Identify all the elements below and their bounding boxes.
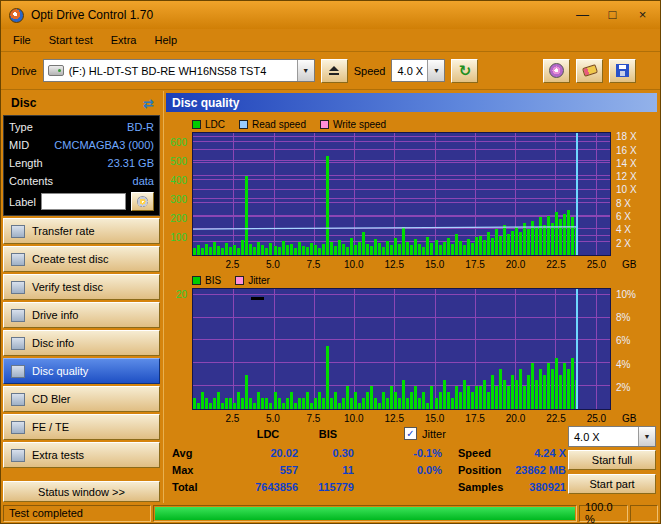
eject-button[interactable] bbox=[321, 59, 348, 83]
sidebar-item-create-test-disc[interactable]: Create test disc bbox=[3, 246, 160, 272]
y-right-tick-label: 16 X bbox=[616, 144, 637, 155]
y-right-tick-label: 10 X bbox=[616, 184, 637, 195]
minimize-button[interactable]: — bbox=[569, 5, 596, 25]
bis-bar bbox=[447, 392, 450, 409]
drive-icon bbox=[48, 65, 64, 76]
progress-fill bbox=[155, 507, 575, 520]
bis-bar bbox=[535, 380, 538, 409]
start-part-button[interactable]: Start part bbox=[568, 474, 656, 494]
disc-type-value: BD-R bbox=[127, 121, 154, 133]
chart2-left-axis: 20 bbox=[164, 288, 190, 410]
status-window-button[interactable]: Status window >> bbox=[3, 481, 160, 502]
sidebar-item-drive-info[interactable]: Drive info bbox=[3, 302, 160, 328]
write-speed-legend-swatch bbox=[320, 120, 329, 129]
refresh-button[interactable]: ↻ bbox=[451, 59, 478, 83]
sidebar-item-disc-quality[interactable]: Disc quality bbox=[3, 358, 160, 384]
gridline-h bbox=[193, 317, 610, 318]
y-left-tick-label: 600 bbox=[170, 136, 187, 147]
bis-bar bbox=[418, 398, 421, 409]
bis-bar bbox=[197, 403, 200, 409]
bis-bar bbox=[435, 398, 438, 409]
dropdown-icon[interactable]: ▼ bbox=[297, 60, 314, 81]
sidebar-item-label: Verify test disc bbox=[32, 281, 103, 293]
drive-info-icon bbox=[11, 309, 25, 322]
fe-te-icon bbox=[11, 421, 25, 434]
refresh-icon: ↻ bbox=[459, 63, 472, 78]
save-button[interactable] bbox=[609, 59, 636, 83]
x-tick-label: 15.0 bbox=[425, 413, 444, 424]
dropdown-icon[interactable]: ▼ bbox=[638, 427, 655, 446]
disc-contents-label: Contents bbox=[9, 175, 53, 187]
resize-grip[interactable] bbox=[630, 505, 658, 522]
max-row-label: Max bbox=[172, 464, 193, 476]
close-button[interactable]: × bbox=[629, 5, 656, 25]
bis-bar bbox=[491, 375, 494, 409]
sidebar-item-transfer-rate[interactable]: Transfer rate bbox=[3, 218, 160, 244]
sidebar-item-fe-te[interactable]: FE / TE bbox=[3, 414, 160, 440]
gridline-v bbox=[596, 289, 597, 409]
menu-extra[interactable]: Extra bbox=[102, 31, 146, 49]
drive-select-value: (F:) HL-DT-ST BD-RE WH16NS58 TST4 bbox=[64, 65, 297, 77]
disc-contents-row: Contents data bbox=[9, 174, 154, 188]
jitter-checkbox-label: Jitter bbox=[422, 428, 446, 440]
disc-label-label: Label bbox=[9, 196, 36, 208]
sidebar-item-cd-bler[interactable]: CD Bler bbox=[3, 386, 160, 412]
menu-start-test[interactable]: Start test bbox=[40, 31, 102, 49]
bis-bar bbox=[451, 398, 454, 409]
extra-tests-icon bbox=[11, 449, 25, 462]
disc-erase-button[interactable] bbox=[543, 59, 570, 83]
jitter-checkbox[interactable]: ✓ bbox=[404, 427, 417, 440]
status-text: Test completed bbox=[3, 505, 151, 522]
disc-section-header: Disc ⇄ bbox=[3, 93, 160, 115]
ldc-column-header: LDC bbox=[238, 428, 298, 440]
bis-bar bbox=[257, 392, 260, 409]
speed-select[interactable]: 4.0 X ▼ bbox=[391, 59, 445, 82]
maximize-button[interactable]: □ bbox=[599, 5, 626, 25]
gridline-h bbox=[193, 339, 610, 340]
avg-row-label: Avg bbox=[172, 447, 192, 459]
menu-file[interactable]: File bbox=[4, 31, 40, 49]
total-row-label: Total bbox=[172, 481, 197, 493]
bis-bar bbox=[314, 398, 317, 409]
bis-bar bbox=[233, 403, 236, 409]
bis-bar bbox=[350, 398, 353, 409]
sidebar-item-disc-info[interactable]: Disc info bbox=[3, 330, 160, 356]
write-label-button[interactable] bbox=[131, 192, 154, 211]
disc-mid-label: MID bbox=[9, 139, 29, 151]
bis-bar bbox=[471, 392, 474, 409]
y-right-tick-label: 4% bbox=[616, 358, 630, 369]
y-left-tick-label: 200 bbox=[170, 212, 187, 223]
x-axis-unit: GB bbox=[622, 413, 636, 424]
disc-refresh-icon[interactable]: ⇄ bbox=[143, 97, 154, 110]
gridline-v bbox=[314, 289, 315, 409]
bis-bar bbox=[507, 386, 510, 409]
total-bis-value: 115779 bbox=[302, 481, 354, 493]
bis-bar bbox=[342, 398, 345, 409]
bis-bar bbox=[310, 403, 313, 409]
save-icon bbox=[616, 64, 629, 77]
disc-mid-value: CMCMAGBA3 (000) bbox=[54, 139, 154, 151]
bis-bar bbox=[370, 386, 373, 409]
disc-label-input[interactable] bbox=[41, 193, 126, 210]
menu-help[interactable]: Help bbox=[145, 31, 186, 49]
bis-bar bbox=[519, 369, 522, 409]
clean-button[interactable] bbox=[576, 59, 603, 83]
bis-bar bbox=[225, 398, 228, 409]
chart2-x-axis: 2.55.07.510.012.515.017.520.022.525.0GB bbox=[192, 413, 611, 425]
drive-select[interactable]: (F:) HL-DT-ST BD-RE WH16NS58 TST4 ▼ bbox=[43, 59, 315, 82]
sidebar-item-verify-test-disc[interactable]: Verify test disc bbox=[3, 274, 160, 300]
sidebar-item-label: Transfer rate bbox=[32, 225, 95, 237]
sidebar-item-extra-tests[interactable]: Extra tests bbox=[3, 442, 160, 468]
chart2-plot bbox=[192, 288, 611, 410]
bis-bar bbox=[346, 386, 349, 409]
eject-icon bbox=[329, 66, 339, 75]
start-full-button[interactable]: Start full bbox=[568, 450, 656, 470]
bis-bar bbox=[475, 386, 478, 409]
test-speed-select[interactable]: 4.0 X ▼ bbox=[568, 426, 656, 447]
x-tick-label: 10.0 bbox=[344, 413, 363, 424]
bis-bar bbox=[467, 386, 470, 409]
dropdown-icon[interactable]: ▼ bbox=[427, 60, 444, 81]
cd-bler-icon bbox=[11, 393, 25, 406]
disc-type-label: Type bbox=[9, 121, 33, 133]
read-speed-legend-swatch bbox=[239, 120, 248, 129]
